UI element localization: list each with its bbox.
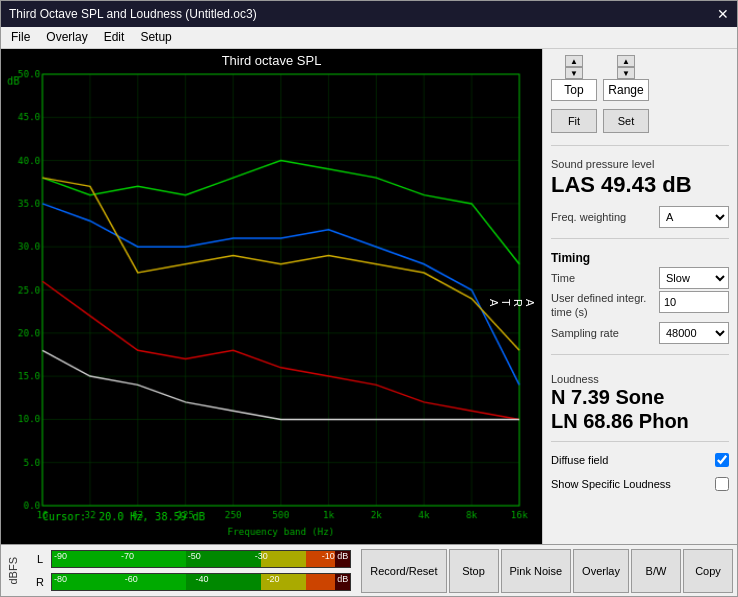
- spl-section: Sound pressure level LAS 49.43 dB: [551, 154, 729, 200]
- stop-button[interactable]: Stop: [449, 549, 499, 593]
- meter-l-label: L: [31, 553, 49, 565]
- menu-file[interactable]: File: [5, 29, 36, 46]
- divider-3: [551, 354, 729, 355]
- top-spin-group: ▲ ▼ Top: [551, 55, 597, 101]
- top-down-btn[interactable]: ▼: [565, 67, 583, 79]
- range-value: Range: [603, 79, 649, 101]
- bottom-buttons: Record/Reset Stop Pink Noise Overlay B/W…: [357, 545, 737, 597]
- range-up-btn[interactable]: ▲: [617, 55, 635, 67]
- divider-4: [551, 441, 729, 442]
- set-button[interactable]: Set: [603, 109, 649, 133]
- level-meters: L -90 -70 -50 -30 -10 dB: [25, 547, 357, 594]
- show-specific-row: Show Specific Loudness: [551, 477, 729, 491]
- top-value: Top: [551, 79, 597, 101]
- user-integr-label: User defined integr. time (s): [551, 291, 655, 320]
- bottom-bar: dBFS L -90 -70 -50: [1, 544, 737, 596]
- menu-overlay[interactable]: Overlay: [40, 29, 93, 46]
- record-reset-button[interactable]: Record/Reset: [361, 549, 446, 593]
- menu-setup[interactable]: Setup: [134, 29, 177, 46]
- menu-bar: File Overlay Edit Setup: [1, 27, 737, 49]
- meter-l-row: L -90 -70 -50 -30 -10 dB: [31, 549, 351, 569]
- time-row: Time Slow Fast Impulse: [551, 267, 729, 289]
- bw-button[interactable]: B/W: [631, 549, 681, 593]
- time-label: Time: [551, 272, 575, 284]
- spl-value: LAS 49.43 dB: [551, 172, 729, 198]
- top-range-controls: ▲ ▼ Top ▲ ▼ Range: [551, 55, 729, 101]
- ln-value: LN 68.86 Phon: [551, 409, 729, 433]
- close-button[interactable]: ✕: [717, 6, 729, 22]
- top-up-btn[interactable]: ▲: [565, 55, 583, 67]
- pink-noise-button[interactable]: Pink Noise: [501, 549, 572, 593]
- title-bar: Third Octave SPL and Loudness (Untitled.…: [1, 1, 737, 27]
- meter-r-bar: -80 -60 -40 -20 dB: [51, 573, 351, 591]
- range-down-btn[interactable]: ▼: [617, 67, 635, 79]
- diffuse-field-label: Diffuse field: [551, 454, 608, 466]
- chart-area: Third octave SPL ARTA: [1, 49, 542, 544]
- diffuse-field-checkbox[interactable]: [715, 453, 729, 467]
- fit-button[interactable]: Fit: [551, 109, 597, 133]
- meter-r-row: R -80 -60 -40 -20 dB: [31, 572, 351, 592]
- divider-1: [551, 145, 729, 146]
- user-integr-input[interactable]: [659, 291, 729, 313]
- range-spin-group: ▲ ▼ Range: [603, 55, 649, 101]
- arta-label: ARTA: [488, 299, 536, 309]
- chart-title: Third octave SPL: [5, 53, 538, 68]
- top-spin-pair: ▲ ▼: [565, 55, 583, 79]
- meter-l-bar: -90 -70 -50 -30 -10 dB: [51, 550, 351, 568]
- right-panel: ▲ ▼ Top ▲ ▼ Range Fit Set: [542, 49, 737, 544]
- loudness-label: Loudness: [551, 373, 729, 385]
- sampling-rate-label: Sampling rate: [551, 327, 619, 339]
- sampling-rate-select[interactable]: 48000 44100 96000: [659, 322, 729, 344]
- chart-canvas: [5, 70, 538, 537]
- user-integr-row: User defined integr. time (s): [551, 291, 729, 320]
- timing-section: Timing Time Slow Fast Impulse User defin…: [551, 247, 729, 346]
- meter-r-label: R: [31, 576, 49, 588]
- loudness-section: Loudness N 7.39 Sone LN 68.86 Phon: [551, 369, 729, 433]
- chart-container: ARTA: [5, 70, 538, 537]
- show-specific-label: Show Specific Loudness: [551, 478, 671, 490]
- divider-2: [551, 238, 729, 239]
- freq-weighting-row: Freq. weighting A B C Z: [551, 206, 729, 228]
- window-title: Third Octave SPL and Loudness (Untitled.…: [9, 7, 257, 21]
- sampling-rate-row: Sampling rate 48000 44100 96000: [551, 322, 729, 344]
- overlay-button[interactable]: Overlay: [573, 549, 629, 593]
- main-content: Third octave SPL ARTA ▲ ▼ Top ▲: [1, 49, 737, 544]
- main-window: Third Octave SPL and Loudness (Untitled.…: [0, 0, 738, 597]
- timing-label: Timing: [551, 251, 729, 265]
- menu-edit[interactable]: Edit: [98, 29, 131, 46]
- time-select[interactable]: Slow Fast Impulse: [659, 267, 729, 289]
- freq-weighting-select[interactable]: A B C Z: [659, 206, 729, 228]
- spl-label: Sound pressure level: [551, 158, 729, 170]
- dbfs-label: dBFS: [5, 557, 21, 585]
- diffuse-field-row: Diffuse field: [551, 453, 729, 467]
- freq-weighting-label: Freq. weighting: [551, 211, 626, 223]
- copy-button[interactable]: Copy: [683, 549, 733, 593]
- show-specific-checkbox[interactable]: [715, 477, 729, 491]
- n-value: N 7.39 Sone: [551, 385, 729, 409]
- range-spin-pair: ▲ ▼: [617, 55, 635, 79]
